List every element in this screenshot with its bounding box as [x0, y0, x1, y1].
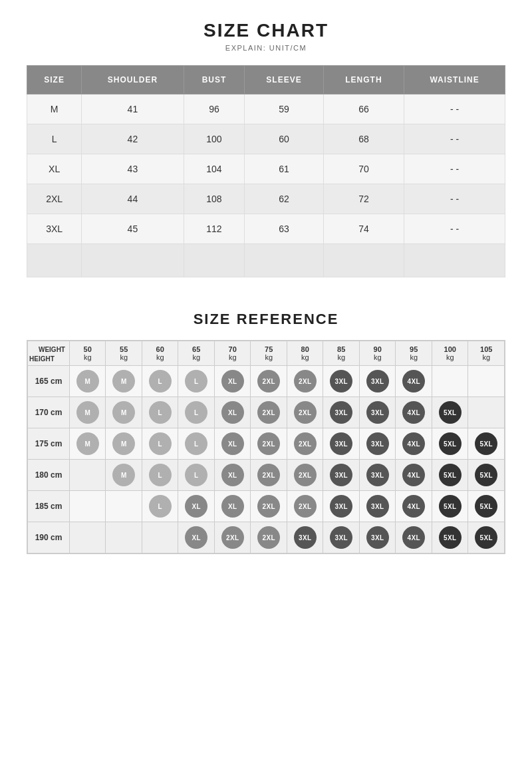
size-label: M: [27, 94, 82, 124]
ref-size-cell: 2XL: [287, 460, 323, 491]
size-reference-table-wrapper: WEIGHTHEIGHT50kg55kg60kg65kg70kg75kg80kg…: [27, 340, 505, 554]
ref-weight-header: 80kg: [287, 341, 323, 366]
size-badge: 4XL: [402, 401, 425, 424]
ref-size-cell: XL: [178, 491, 215, 522]
size-badge: 2XL: [257, 464, 280, 486]
size-badge: 5XL: [439, 526, 462, 549]
size-badge: L: [149, 401, 172, 424]
size-value: - -: [404, 124, 505, 154]
ref-size-cell: 2XL: [287, 397, 323, 428]
size-value: 61: [245, 154, 323, 184]
size-badge: XL: [221, 464, 244, 486]
size-value: 66: [323, 94, 404, 124]
size-badge: 2XL: [257, 526, 280, 549]
size-value: 63: [245, 214, 323, 244]
ref-weight-header: 100kg: [432, 341, 468, 366]
ref-size-cell: XL: [214, 397, 251, 428]
size-badge: XL: [221, 432, 244, 455]
size-badge: XL: [185, 526, 207, 549]
ref-size-cell: 3XL: [359, 397, 396, 428]
empty-cell: [27, 244, 82, 277]
size-badge: M: [112, 401, 135, 424]
ref-size-cell: L: [178, 366, 215, 397]
size-badge: 5XL: [475, 432, 497, 455]
size-badge: XL: [185, 495, 207, 518]
size-badge: 2XL: [294, 432, 317, 455]
ref-size-cell: 5XL: [432, 428, 468, 460]
size-badge: 4XL: [402, 464, 425, 486]
size-badge: 3XL: [330, 370, 352, 392]
size-label: 2XL: [27, 184, 82, 214]
size-value: 100: [184, 124, 245, 154]
size-value: 68: [323, 124, 404, 154]
size-badge: M: [112, 464, 135, 486]
size-value: - -: [404, 154, 505, 184]
size-badge: 2XL: [257, 401, 280, 424]
ref-size-cell: L: [178, 460, 215, 491]
ref-size-cell: XL: [214, 428, 251, 460]
ref-weight-header: 90kg: [359, 341, 396, 366]
ref-size-cell: 3XL: [323, 460, 360, 491]
size-badge: L: [149, 370, 172, 392]
empty-cell: [245, 244, 323, 277]
ref-height-label: 180 cm: [28, 460, 70, 491]
ref-height-label: 190 cm: [28, 522, 70, 553]
size-value: 43: [82, 154, 184, 184]
ref-size-cell: L: [142, 366, 178, 397]
ref-size-cell: XL: [214, 366, 251, 397]
ref-size-cell: L: [178, 397, 215, 428]
ref-height-label: 185 cm: [28, 491, 70, 522]
ref-size-cell: 3XL: [359, 428, 396, 460]
size-badge: 2XL: [257, 432, 280, 455]
ref-height-label: 170 cm: [28, 397, 70, 428]
ref-size-cell: M: [106, 460, 142, 491]
ref-size-cell: 2XL: [251, 522, 287, 553]
size-badge: 5XL: [439, 495, 462, 518]
ref-size-cell: 3XL: [359, 366, 396, 397]
ref-size-cell: [106, 522, 142, 553]
size-badge: L: [149, 495, 172, 518]
size-badge: 2XL: [294, 464, 317, 486]
size-badge: 5XL: [439, 464, 462, 486]
ref-size-cell: 2XL: [287, 366, 323, 397]
ref-size-cell: L: [178, 428, 215, 460]
ref-size-cell: 2XL: [214, 522, 251, 553]
size-badge: L: [185, 464, 207, 486]
size-badge: 2XL: [257, 495, 280, 518]
size-value: 108: [184, 184, 245, 214]
ref-size-cell: 5XL: [432, 491, 468, 522]
ref-size-cell: 2XL: [287, 491, 323, 522]
size-label: 3XL: [27, 214, 82, 244]
size-chart-col-header: SIZE: [27, 66, 82, 94]
size-badge: 3XL: [330, 464, 352, 486]
ref-size-cell: M: [106, 397, 142, 428]
ref-size-cell: 3XL: [323, 366, 360, 397]
ref-size-cell: L: [142, 460, 178, 491]
size-value: - -: [404, 184, 505, 214]
size-value: 112: [184, 214, 245, 244]
ref-size-cell: 4XL: [396, 397, 432, 428]
size-badge: 3XL: [366, 370, 389, 392]
size-label: XL: [27, 154, 82, 184]
size-badge: 5XL: [439, 401, 462, 424]
size-value: 96: [184, 94, 245, 124]
ref-size-cell: [432, 366, 468, 397]
ref-size-cell: L: [142, 397, 178, 428]
ref-size-cell: 3XL: [323, 428, 360, 460]
size-badge: 3XL: [366, 526, 389, 549]
size-badge: 3XL: [330, 401, 352, 424]
ref-size-cell: M: [69, 397, 106, 428]
ref-weight-header: 70kg: [214, 341, 251, 366]
size-value: 72: [323, 184, 404, 214]
size-chart-col-header: SHOULDER: [82, 66, 184, 94]
size-badge: 4XL: [402, 495, 425, 518]
size-badge: M: [76, 370, 99, 392]
size-badge: L: [149, 432, 172, 455]
ref-size-cell: M: [106, 428, 142, 460]
empty-cell: [82, 244, 184, 277]
size-badge: 2XL: [294, 370, 317, 392]
size-badge: 2XL: [257, 370, 280, 392]
size-value: - -: [404, 94, 505, 124]
ref-size-cell: 3XL: [323, 522, 360, 553]
ref-height-label: 165 cm: [28, 366, 70, 397]
